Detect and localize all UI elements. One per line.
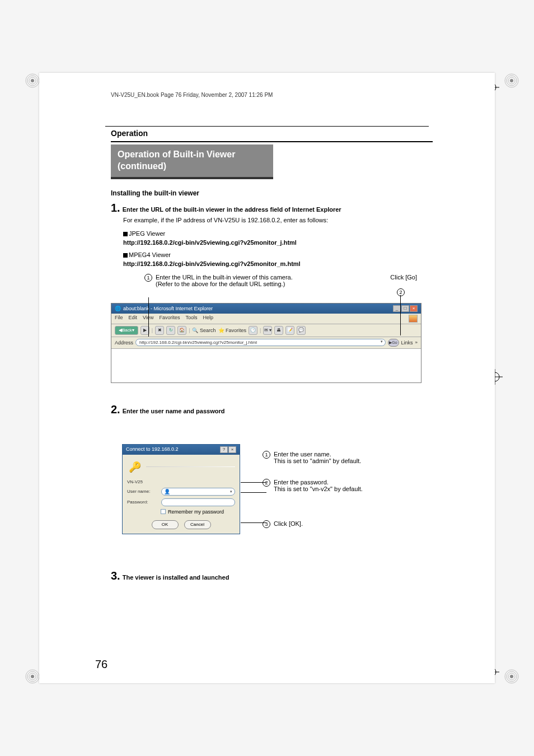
history-button[interactable]: 🕑: [249, 326, 257, 335]
server-name: VN-V25: [127, 479, 235, 484]
refresh-button[interactable]: ↻: [166, 326, 175, 335]
callout-1: 1 Enter the URL in the built-in viewer o…: [144, 274, 433, 287]
ie-window: 🌐about:blank - Microsoft Internet Explor…: [111, 303, 421, 383]
callout-1-line1: Enter the URL in the built-in viewer of …: [156, 274, 293, 281]
edit-button[interactable]: 📝: [285, 326, 294, 335]
annotation-column: 1 Enter the user name. This is set to "a…: [263, 433, 363, 543]
remember-checkbox[interactable]: [161, 509, 166, 514]
username-label: User name:: [127, 489, 158, 494]
go-button[interactable]: ▶Go: [388, 339, 399, 347]
step-2: 2. Enter the user name and password: [111, 403, 433, 416]
address-field[interactable]: http://192.168.0.2/cgi-bin/v25viewing.cg…: [135, 339, 386, 346]
subhead: Installing the built-in viewer: [111, 189, 433, 197]
svg-point-11: [31, 675, 34, 678]
registration-ring-tr: [504, 73, 519, 91]
links-chevron-icon[interactable]: »: [415, 340, 418, 345]
annotation-2: 2 Enter the password. This is set to "vn…: [263, 479, 363, 492]
callout-1-num: 1: [144, 274, 152, 282]
search-button[interactable]: 🔍 Search: [192, 328, 216, 333]
step-2-num: 2.: [111, 403, 120, 416]
registration-ring-tl: [25, 73, 40, 91]
password-field[interactable]: [161, 498, 235, 506]
dialog-window-buttons: ?×: [219, 446, 236, 453]
step-1: 1. Enter the URL of the built-in viewer …: [111, 202, 433, 214]
annotation-2-num: 2: [263, 479, 270, 487]
menu-edit[interactable]: Edit: [129, 315, 138, 323]
keys-icon: 🔑: [127, 459, 143, 475]
password-row: Password:: [127, 498, 235, 506]
favorites-button[interactable]: ⭐ Favorites: [218, 328, 247, 333]
annotation-2-line2: This is set to "vn-v2x" by default.: [274, 486, 363, 492]
step-3-num: 3.: [111, 570, 120, 582]
ie-menu-bar: File Edit View Favorites Tools Help: [111, 314, 421, 324]
annotation-1-line1: Enter the user name.: [274, 451, 361, 458]
username-row: User name: 👤: [127, 488, 235, 496]
close-icon[interactable]: ×: [228, 446, 236, 453]
home-button[interactable]: 🏠: [177, 326, 186, 335]
username-field[interactable]: 👤: [161, 488, 235, 496]
links-label[interactable]: Links: [401, 340, 413, 346]
annotation-3-num: 3: [263, 520, 270, 528]
cancel-button[interactable]: Cancel: [184, 520, 211, 529]
remember-label: Remember my password: [168, 509, 224, 515]
stop-button[interactable]: ✖: [155, 326, 164, 335]
leader-line: [148, 297, 149, 337]
annotation-3-text: Click [OK].: [274, 520, 303, 527]
ie-title-bar: 🌐about:blank - Microsoft Internet Explor…: [111, 304, 421, 314]
annotation-2-line1: Enter the password.: [274, 479, 363, 486]
page: VN-V25U_EN.book Page 76 Friday, November…: [39, 73, 495, 683]
address-label: Address: [115, 340, 133, 346]
minimize-icon[interactable]: _: [393, 305, 401, 312]
svg-point-15: [510, 675, 513, 678]
login-dialog-title: Connect to 192.168.0.2: [126, 446, 179, 453]
callout-go: 2: [397, 286, 405, 296]
ie-toolbar: ◀ Back ▾ ▶ | ✖ ↻ 🏠 | 🔍 Search ⭐ Favorite…: [111, 324, 421, 337]
section-rule: [111, 141, 433, 142]
step-1-body: Enter the URL of the built-in viewer in …: [123, 206, 341, 213]
annotation-1-line2: This is set to "admin" by default.: [274, 458, 361, 464]
step-3: 3. The viewer is installed and launched: [111, 570, 433, 582]
leader-line: [400, 295, 401, 335]
leader-line: [241, 492, 266, 493]
ie-content-area: [111, 349, 421, 382]
jpeg-viewer-label: JPEG Viewer: [123, 230, 433, 237]
registration-ring-br: [504, 669, 519, 687]
ok-button[interactable]: OK: [152, 520, 179, 529]
password-label: Password:: [127, 500, 158, 505]
jpeg-viewer-url: http://192.168.0.2/cgi-bin/v25viewing.cg…: [123, 239, 433, 246]
section-title: Operation: [111, 129, 433, 138]
back-button[interactable]: ◀ Back ▾: [115, 326, 138, 335]
mail-button[interactable]: ✉ ▾: [263, 326, 272, 335]
header-rule: [105, 126, 429, 127]
annotation-1: 1 Enter the user name. This is set to "a…: [263, 451, 363, 464]
login-dialog-body: 🔑 VN-V25 User name: 👤 Password: Rem: [123, 455, 240, 534]
callout-1-line2: (Refer to the above for the default URL …: [156, 281, 293, 287]
menu-file[interactable]: File: [115, 315, 123, 323]
step-3-body: The viewer is installed and launched: [123, 574, 229, 581]
window-buttons: _□×: [392, 305, 418, 312]
login-block: Connect to 192.168.0.2 ?× 🔑 VN-V25 User …: [111, 433, 433, 543]
mpeg4-viewer-url: http://192.168.0.2/cgi-bin/v25viewing.cg…: [123, 260, 433, 267]
title-box: Operation of Built-in Viewer (continued): [111, 144, 273, 179]
close-icon[interactable]: ×: [410, 305, 418, 312]
menu-help[interactable]: Help: [203, 315, 213, 323]
menu-tools[interactable]: Tools: [185, 315, 197, 323]
step-2-body: Enter the user name and password: [123, 408, 225, 414]
print-button[interactable]: 🖶: [274, 326, 283, 335]
callout-go-num: 2: [397, 288, 405, 296]
step-1-note: For example, if the IP address of VN-V25…: [123, 217, 433, 223]
ie-title-text: 🌐about:blank - Microsoft Internet Explor…: [115, 306, 213, 311]
annotation-3: 3 Click [OK].: [263, 520, 363, 528]
dialog-header-row: 🔑: [127, 459, 235, 475]
annotation-1-num: 1: [263, 451, 270, 459]
leader-line: [241, 482, 266, 483]
square-bullet-icon: [123, 253, 128, 258]
discuss-button[interactable]: 💬: [297, 326, 306, 335]
leader-line: [241, 522, 266, 523]
menu-favorites[interactable]: Favorites: [159, 315, 180, 323]
maximize-icon[interactable]: □: [401, 305, 409, 312]
square-bullet-icon: [123, 232, 128, 236]
help-icon[interactable]: ?: [220, 446, 228, 453]
login-dialog: Connect to 192.168.0.2 ?× 🔑 VN-V25 User …: [122, 444, 240, 534]
ie-throbber-icon: [409, 315, 418, 323]
